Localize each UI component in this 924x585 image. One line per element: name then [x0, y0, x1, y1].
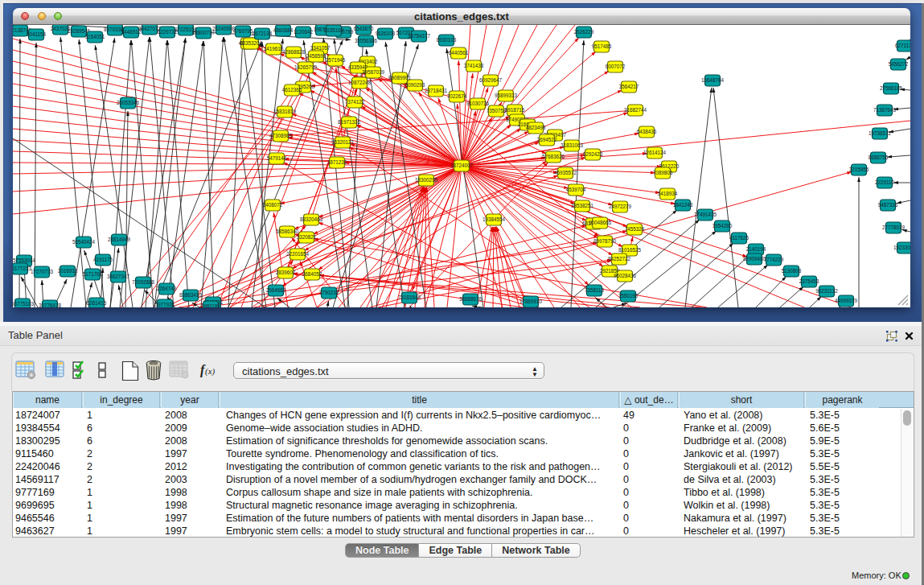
svg-text:19736572: 19736572: [869, 130, 892, 136]
svg-text:2264748: 2264748: [157, 286, 177, 291]
svg-text:(x): (x): [205, 366, 216, 377]
svg-text:45935572: 45935572: [554, 170, 577, 175]
svg-text:75181648: 75181648: [398, 295, 421, 300]
svg-text:95320121: 95320121: [331, 139, 355, 145]
svg-text:26053346: 26053346: [117, 100, 140, 105]
svg-text:88320463: 88320463: [300, 216, 323, 222]
svg-text:38538251: 38538251: [571, 203, 594, 208]
svg-text:4860684: 4860684: [273, 27, 294, 33]
svg-text:31682744: 31682744: [624, 107, 647, 113]
svg-text:98231132: 98231132: [815, 288, 838, 294]
svg-text:95899313: 95899313: [495, 93, 518, 98]
svg-text:91030736: 91030736: [466, 101, 490, 106]
svg-text:5479144: 5479144: [267, 155, 287, 161]
svg-text:5918715: 5918715: [505, 107, 525, 113]
svg-text:5418934: 5418934: [658, 191, 678, 196]
svg-text:4539704: 4539704: [566, 187, 586, 192]
svg-text:30776478: 30776478: [39, 303, 62, 307]
svg-text:27566185: 27566185: [880, 85, 903, 91]
svg-text:81971316: 81971316: [338, 119, 361, 125]
svg-text:2839607: 2839607: [276, 270, 296, 275]
svg-text:1841248: 1841248: [673, 202, 693, 208]
svg-text:7350753: 7350753: [487, 108, 507, 113]
svg-text:90048665: 90048665: [589, 220, 612, 225]
svg-text:60929647: 60929647: [479, 77, 503, 83]
svg-text:14265799: 14265799: [294, 64, 318, 70]
svg-text:3871230: 3871230: [327, 159, 347, 165]
svg-text:35556386: 35556386: [355, 38, 378, 43]
svg-text:6261415: 6261415: [87, 300, 107, 306]
svg-text:7022674: 7022674: [447, 93, 467, 99]
svg-text:3320821: 3320821: [297, 234, 317, 240]
svg-text:3564217: 3564217: [619, 84, 639, 89]
svg-text:42868828: 42868828: [282, 49, 306, 55]
svg-text:3215955: 3215955: [849, 167, 869, 172]
svg-text:4191175: 4191175: [93, 257, 113, 262]
svg-text:1981186: 1981186: [201, 303, 221, 307]
svg-text:55540424: 55540424: [72, 239, 96, 245]
svg-text:2140194: 2140194: [746, 246, 766, 252]
svg-text:7455324: 7455324: [625, 226, 645, 232]
svg-text:57553014: 57553014: [13, 257, 35, 263]
svg-text:26240908: 26240908: [212, 26, 236, 31]
svg-text:3341057: 3341057: [310, 45, 331, 51]
svg-text:6672134: 6672134: [253, 31, 273, 36]
svg-text:7089806: 7089806: [653, 170, 673, 175]
svg-text:23718431: 23718431: [425, 88, 448, 93]
svg-text:5130808: 5130808: [782, 268, 802, 274]
svg-text:7550190: 7550190: [618, 293, 639, 299]
svg-text:9517485: 9517485: [592, 43, 612, 49]
svg-text:8090293: 8090293: [405, 82, 425, 88]
svg-text:6271130: 6271130: [895, 43, 910, 48]
svg-text:6438436: 6438436: [637, 129, 657, 134]
svg-text:2564689: 2564689: [266, 287, 286, 293]
svg-text:38754377: 38754377: [408, 33, 431, 39]
svg-text:1120642: 1120642: [294, 29, 314, 35]
svg-text:24972279: 24972279: [609, 204, 632, 209]
svg-text:8930103: 8930103: [437, 37, 457, 43]
svg-text:3741438: 3741438: [464, 63, 484, 68]
svg-text:2571945: 2571945: [326, 57, 346, 63]
svg-text:5041154: 5041154: [27, 31, 47, 37]
svg-text:2016911: 2016911: [58, 268, 78, 274]
svg-text:4117625: 4117625: [729, 235, 749, 241]
svg-text:4612365: 4612365: [282, 87, 302, 93]
svg-text:15831819: 15831819: [273, 109, 297, 114]
svg-text:5408072: 5408072: [263, 202, 283, 208]
svg-text:83863413: 83863413: [179, 292, 203, 298]
svg-text:27778019: 27778019: [882, 225, 906, 230]
svg-text:5977931: 5977931: [155, 302, 175, 307]
svg-text:18300295: 18300295: [415, 177, 438, 183]
svg-text:5456272: 5456272: [889, 61, 909, 67]
svg-text:6007072: 6007072: [606, 64, 626, 69]
svg-text:1954280: 1954280: [713, 223, 733, 229]
svg-text:84252722: 84252722: [608, 256, 631, 262]
svg-text:6292423: 6292423: [583, 151, 603, 157]
svg-text:2626229: 2626229: [574, 29, 594, 35]
svg-text:72092888: 72092888: [132, 279, 155, 285]
svg-text:2229110: 2229110: [875, 179, 895, 185]
svg-text:39587039: 39587039: [362, 69, 385, 75]
svg-text:89978790: 89978790: [593, 238, 617, 244]
svg-text:7374122: 7374122: [345, 99, 365, 105]
svg-text:19233013: 19233013: [893, 245, 910, 250]
svg-text:8688755: 8688755: [869, 154, 889, 160]
svg-text:16648784: 16648784: [701, 77, 725, 83]
svg-text:31831063: 31831063: [561, 142, 584, 148]
svg-text:2375453: 2375453: [799, 278, 819, 284]
svg-text:58586340: 58586340: [276, 229, 299, 234]
svg-text:71367643: 71367643: [873, 107, 897, 113]
svg-text:3790237: 3790237: [319, 290, 339, 295]
svg-text:7358113: 7358113: [585, 287, 605, 293]
svg-text:44999379: 44999379: [835, 298, 858, 303]
svg-text:65177213: 65177213: [13, 266, 31, 271]
svg-text:4769795: 4769795: [233, 28, 253, 34]
svg-text:3154051: 3154051: [85, 34, 105, 39]
svg-text:82909480: 82909480: [743, 256, 766, 262]
svg-text:77491435: 77491435: [694, 212, 717, 217]
svg-text:34627347: 34627347: [107, 274, 130, 279]
svg-text:47308985: 47308985: [269, 133, 293, 138]
svg-text:17869910: 17869910: [519, 299, 543, 304]
svg-text:8935169: 8935169: [324, 27, 344, 33]
svg-text:7774229: 7774229: [764, 257, 784, 262]
